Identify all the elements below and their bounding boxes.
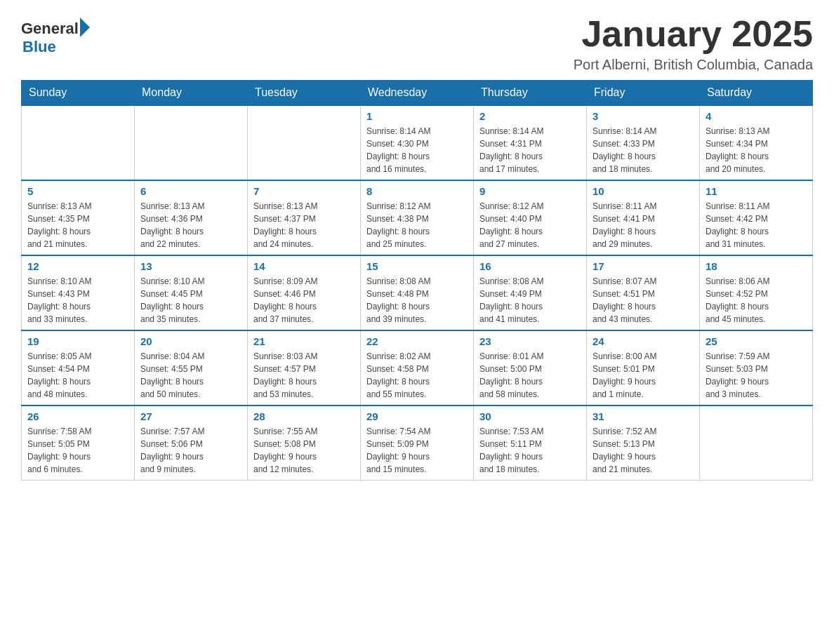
day-number: 21 [253, 335, 355, 347]
calendar-cell: 3Sunrise: 8:14 AM Sunset: 4:33 PM Daylig… [587, 105, 700, 180]
calendar-cell: 29Sunrise: 7:54 AM Sunset: 5:09 PM Dayli… [361, 405, 474, 481]
col-wednesday: Wednesday [361, 81, 474, 106]
calendar-cell: 19Sunrise: 8:05 AM Sunset: 4:54 PM Dayli… [22, 330, 135, 405]
calendar-cell: 7Sunrise: 8:13 AM Sunset: 4:37 PM Daylig… [248, 180, 361, 255]
day-number: 7 [253, 185, 355, 197]
day-number: 31 [593, 410, 694, 422]
day-info: Sunrise: 7:52 AM Sunset: 5:13 PM Dayligh… [593, 425, 694, 476]
logo-triangle-icon [80, 18, 90, 37]
day-info: Sunrise: 8:12 AM Sunset: 4:40 PM Dayligh… [479, 200, 581, 250]
day-info: Sunrise: 8:14 AM Sunset: 4:33 PM Dayligh… [593, 125, 694, 175]
calendar-cell: 26Sunrise: 7:58 AM Sunset: 5:05 PM Dayli… [22, 405, 135, 481]
calendar-cell: 13Sunrise: 8:10 AM Sunset: 4:45 PM Dayli… [135, 255, 248, 330]
day-number: 1 [366, 110, 468, 122]
calendar-cell: 18Sunrise: 8:06 AM Sunset: 4:52 PM Dayli… [700, 255, 813, 330]
col-tuesday: Tuesday [248, 81, 361, 106]
calendar-cell [135, 105, 248, 180]
calendar-cell: 30Sunrise: 7:53 AM Sunset: 5:11 PM Dayli… [474, 405, 587, 481]
calendar-cell: 16Sunrise: 8:08 AM Sunset: 4:49 PM Dayli… [474, 255, 587, 330]
day-number: 23 [479, 335, 581, 347]
calendar-cell: 15Sunrise: 8:08 AM Sunset: 4:48 PM Dayli… [361, 255, 474, 330]
day-info: Sunrise: 8:13 AM Sunset: 4:35 PM Dayligh… [27, 200, 128, 250]
logo-text-blue: Blue [22, 38, 56, 56]
calendar-cell: 9Sunrise: 8:12 AM Sunset: 4:40 PM Daylig… [474, 180, 587, 255]
day-info: Sunrise: 7:58 AM Sunset: 5:05 PM Dayligh… [27, 425, 128, 476]
day-info: Sunrise: 8:12 AM Sunset: 4:38 PM Dayligh… [366, 200, 468, 250]
day-info: Sunrise: 8:06 AM Sunset: 4:52 PM Dayligh… [706, 275, 807, 326]
day-number: 9 [479, 185, 581, 197]
calendar-cell: 24Sunrise: 8:00 AM Sunset: 5:01 PM Dayli… [587, 330, 700, 405]
page-header: General Blue January 2025 Port Alberni, … [21, 14, 813, 73]
calendar-cell: 28Sunrise: 7:55 AM Sunset: 5:08 PM Dayli… [248, 405, 361, 481]
day-number: 29 [366, 410, 468, 422]
day-number: 22 [366, 335, 468, 347]
calendar-cell: 27Sunrise: 7:57 AM Sunset: 5:06 PM Dayli… [135, 405, 248, 481]
col-friday: Friday [587, 81, 700, 106]
day-info: Sunrise: 8:13 AM Sunset: 4:37 PM Dayligh… [253, 200, 355, 250]
day-number: 26 [27, 410, 128, 422]
day-info: Sunrise: 8:07 AM Sunset: 4:51 PM Dayligh… [593, 275, 694, 326]
calendar-cell: 21Sunrise: 8:03 AM Sunset: 4:57 PM Dayli… [248, 330, 361, 405]
day-number: 13 [140, 260, 241, 272]
day-number: 14 [253, 260, 355, 272]
day-info: Sunrise: 8:04 AM Sunset: 4:55 PM Dayligh… [140, 350, 241, 401]
header-row: Sunday Monday Tuesday Wednesday Thursday… [22, 81, 813, 106]
day-number: 4 [706, 110, 807, 122]
day-number: 16 [479, 260, 581, 272]
calendar-cell: 23Sunrise: 8:01 AM Sunset: 5:00 PM Dayli… [474, 330, 587, 405]
day-info: Sunrise: 8:08 AM Sunset: 4:49 PM Dayligh… [479, 275, 581, 326]
day-number: 6 [140, 185, 241, 197]
day-number: 15 [366, 260, 468, 272]
day-info: Sunrise: 8:10 AM Sunset: 4:43 PM Dayligh… [27, 275, 128, 326]
calendar-cell [700, 405, 813, 481]
day-info: Sunrise: 8:14 AM Sunset: 4:31 PM Dayligh… [479, 125, 581, 175]
day-number: 5 [27, 185, 128, 197]
day-info: Sunrise: 7:59 AM Sunset: 5:03 PM Dayligh… [706, 350, 807, 401]
day-info: Sunrise: 8:05 AM Sunset: 4:54 PM Dayligh… [27, 350, 128, 401]
day-info: Sunrise: 8:00 AM Sunset: 5:01 PM Dayligh… [593, 350, 694, 401]
day-number: 19 [27, 335, 128, 347]
day-number: 17 [593, 260, 694, 272]
day-info: Sunrise: 8:02 AM Sunset: 4:58 PM Dayligh… [366, 350, 468, 401]
day-number: 12 [27, 260, 128, 272]
calendar-cell: 1Sunrise: 8:14 AM Sunset: 4:30 PM Daylig… [361, 105, 474, 180]
title-block: January 2025 Port Alberni, British Colum… [574, 14, 813, 73]
calendar-cell: 25Sunrise: 7:59 AM Sunset: 5:03 PM Dayli… [700, 330, 813, 405]
calendar-cell: 12Sunrise: 8:10 AM Sunset: 4:43 PM Dayli… [22, 255, 135, 330]
calendar-week-5: 26Sunrise: 7:58 AM Sunset: 5:05 PM Dayli… [22, 405, 813, 481]
calendar-cell: 31Sunrise: 7:52 AM Sunset: 5:13 PM Dayli… [587, 405, 700, 481]
day-info: Sunrise: 7:55 AM Sunset: 5:08 PM Dayligh… [253, 425, 355, 476]
day-info: Sunrise: 8:08 AM Sunset: 4:48 PM Dayligh… [366, 275, 468, 326]
day-info: Sunrise: 8:01 AM Sunset: 5:00 PM Dayligh… [479, 350, 581, 401]
calendar-subtitle: Port Alberni, British Columbia, Canada [574, 57, 813, 73]
day-info: Sunrise: 8:14 AM Sunset: 4:30 PM Dayligh… [366, 125, 468, 175]
day-number: 18 [706, 260, 807, 272]
calendar-cell: 20Sunrise: 8:04 AM Sunset: 4:55 PM Dayli… [135, 330, 248, 405]
calendar-week-1: 1Sunrise: 8:14 AM Sunset: 4:30 PM Daylig… [22, 105, 813, 180]
day-info: Sunrise: 8:13 AM Sunset: 4:34 PM Dayligh… [706, 125, 807, 175]
day-info: Sunrise: 7:57 AM Sunset: 5:06 PM Dayligh… [140, 425, 241, 476]
calendar-cell: 6Sunrise: 8:13 AM Sunset: 4:36 PM Daylig… [135, 180, 248, 255]
calendar-table: Sunday Monday Tuesday Wednesday Thursday… [21, 80, 813, 481]
calendar-cell: 11Sunrise: 8:11 AM Sunset: 4:42 PM Dayli… [700, 180, 813, 255]
day-info: Sunrise: 8:03 AM Sunset: 4:57 PM Dayligh… [253, 350, 355, 401]
day-number: 27 [140, 410, 241, 422]
col-saturday: Saturday [700, 81, 813, 106]
day-number: 8 [366, 185, 468, 197]
calendar-cell [22, 105, 135, 180]
calendar-cell: 8Sunrise: 8:12 AM Sunset: 4:38 PM Daylig… [361, 180, 474, 255]
calendar-cell: 17Sunrise: 8:07 AM Sunset: 4:51 PM Dayli… [587, 255, 700, 330]
day-info: Sunrise: 8:09 AM Sunset: 4:46 PM Dayligh… [253, 275, 355, 326]
calendar-cell: 5Sunrise: 8:13 AM Sunset: 4:35 PM Daylig… [22, 180, 135, 255]
logo: General Blue [21, 20, 90, 56]
day-number: 30 [479, 410, 581, 422]
day-number: 3 [593, 110, 694, 122]
day-info: Sunrise: 8:13 AM Sunset: 4:36 PM Dayligh… [140, 200, 241, 250]
day-number: 25 [706, 335, 807, 347]
day-number: 24 [593, 335, 694, 347]
day-number: 11 [706, 185, 807, 197]
calendar-week-3: 12Sunrise: 8:10 AM Sunset: 4:43 PM Dayli… [22, 255, 813, 330]
calendar-cell: 4Sunrise: 8:13 AM Sunset: 4:34 PM Daylig… [700, 105, 813, 180]
col-monday: Monday [135, 81, 248, 106]
calendar-week-4: 19Sunrise: 8:05 AM Sunset: 4:54 PM Dayli… [22, 330, 813, 405]
